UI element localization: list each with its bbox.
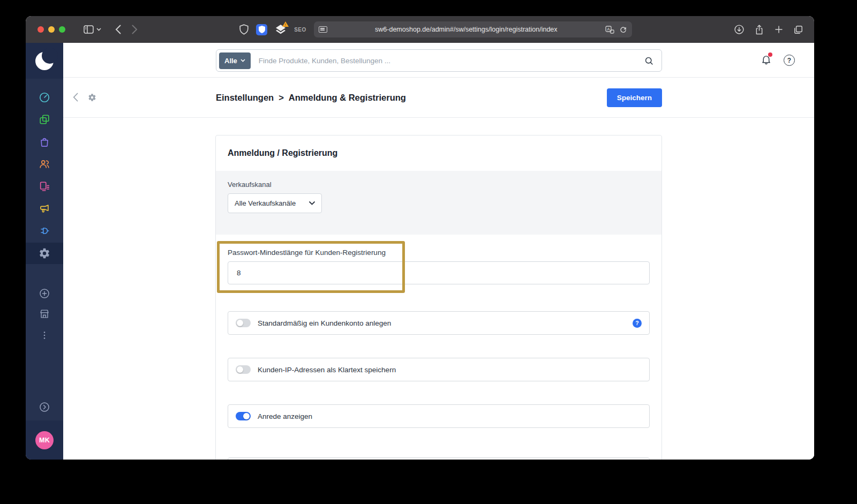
back-button[interactable]: [115, 25, 121, 34]
sidebar-item-orders[interactable]: [26, 131, 63, 153]
password-minlength-label: Passwort-Mindestlänge für Kunden-Registr…: [228, 249, 650, 257]
minimize-window-button[interactable]: [48, 26, 55, 33]
toggle-row-partial: [228, 457, 650, 460]
settings-gear-icon: [88, 93, 96, 102]
breadcrumb-separator: >: [279, 93, 284, 103]
tabs-overview-icon[interactable]: [793, 25, 803, 35]
card-fields: Passwort-Mindestlänge für Kunden-Registr…: [216, 235, 661, 460]
toggle-knob: [237, 320, 243, 326]
forward-icon: [132, 25, 138, 34]
sidebar-item-add[interactable]: [26, 283, 63, 304]
screen: ! SEO sw6-demoshop.de/admin#/sw/settings…: [0, 0, 857, 504]
sidebar-item-dashboard[interactable]: [26, 87, 63, 108]
admin-app: MK Alle Finde Produkte, Kunden, Bestellu…: [26, 43, 814, 460]
settings-page: Anmeldung / Registrierung Verkaufskanal …: [63, 118, 814, 460]
password-minlength-input[interactable]: [228, 261, 650, 284]
content-icon: [39, 180, 50, 192]
admin-topbar: Alle Finde Produkte, Kunden, Bestellunge…: [63, 43, 814, 78]
shield-icon: [239, 24, 249, 35]
user-avatar[interactable]: MK: [35, 431, 54, 449]
smartbar: Einstellungen > Anmeldung & Registrierun…: [63, 78, 814, 118]
privacy-shield-extension-button[interactable]: [239, 24, 249, 35]
sidebar-item-more[interactable]: [26, 325, 63, 346]
orders-icon: [39, 136, 50, 148]
help-button[interactable]: ?: [784, 55, 795, 66]
reload-icon[interactable]: [619, 26, 627, 34]
salutation-toggle[interactable]: [236, 412, 251, 420]
sidebar-item-storefront[interactable]: [26, 303, 63, 325]
sidebar-toggle-button[interactable]: [84, 25, 101, 34]
search-scope-button[interactable]: Alle: [219, 52, 251, 69]
admin-content: Alle Finde Produkte, Kunden, Bestellunge…: [63, 43, 814, 460]
sidebar-toggle-icon: [84, 25, 94, 34]
password-manager-extension-button[interactable]: [256, 24, 267, 35]
customers-icon: [39, 158, 50, 170]
ip-plaintext-toggle[interactable]: [236, 365, 251, 374]
toggle-label: Anrede anzeigen: [258, 412, 312, 420]
expand-chevron-icon: [39, 401, 50, 413]
new-tab-icon[interactable]: [774, 25, 784, 34]
sidebar-item-catalogues[interactable]: [26, 109, 63, 130]
search-scope-label: Alle: [224, 57, 237, 65]
sidebar-user-area: MK: [26, 420, 63, 460]
translate-icon[interactable]: A: [605, 26, 614, 34]
question-badge-icon[interactable]: ?: [633, 319, 642, 328]
layers-extension-button[interactable]: !: [275, 24, 287, 35]
seo-extension-button[interactable]: SEO: [294, 27, 306, 33]
sidebar-expand-button[interactable]: [26, 396, 63, 418]
settings-gear-icon: [39, 247, 50, 259]
notifications-button[interactable]: [761, 54, 772, 67]
smartbar-back-button[interactable]: [73, 93, 78, 104]
global-search[interactable]: Alle Finde Produkte, Kunden, Bestellunge…: [216, 49, 662, 72]
sidebar-item-settings[interactable]: [26, 243, 63, 264]
toggle-knob: [237, 366, 243, 373]
search-input[interactable]: Finde Produkte, Kunden, Bestellungen ...: [259, 57, 644, 65]
create-account-toggle[interactable]: [236, 319, 251, 327]
card-header: Anmeldung / Registrierung: [216, 136, 661, 171]
svg-text:A: A: [607, 27, 610, 32]
download-icon[interactable]: [734, 24, 745, 35]
sidebar-item-marketing[interactable]: [26, 198, 63, 220]
warning-badge-icon: !: [282, 21, 289, 27]
chevron-down-icon: [96, 28, 101, 31]
sidebar-item-customers[interactable]: [26, 153, 63, 175]
zoom-window-button[interactable]: [59, 26, 65, 33]
chevron-left-icon: [73, 93, 78, 102]
browser-window: ! SEO sw6-demoshop.de/admin#/sw/settings…: [26, 16, 814, 460]
sales-channel-value: Alle Verkaufskanäle: [235, 199, 296, 207]
toolbar-right-group: [734, 24, 803, 35]
breadcrumb-parent[interactable]: Einstellungen: [216, 93, 274, 103]
catalogues-icon: [39, 114, 50, 125]
sidebar-logo-area: [26, 43, 63, 79]
forward-button[interactable]: [132, 25, 138, 34]
card-title: Anmeldung / Registrierung: [228, 148, 337, 158]
login-registration-card: Anmeldung / Registrierung Verkaufskanal …: [215, 135, 662, 460]
more-dots-icon: [39, 329, 50, 341]
toggle-row-create-account: Standardmäßig ein Kundenkonto anlegen ?: [228, 311, 650, 335]
close-window-button[interactable]: [37, 26, 44, 33]
sales-channel-select[interactable]: Alle Verkaufskanäle: [228, 193, 322, 213]
smartbar-module-icon: [88, 93, 96, 104]
sidebar-item-extensions[interactable]: [26, 220, 63, 242]
address-bar[interactable]: sw6-demoshop.de/admin#/sw/settings/login…: [314, 21, 632, 37]
back-icon: [115, 25, 121, 34]
extensions-icon: [39, 225, 50, 237]
shopware-logo[interactable]: [35, 51, 54, 71]
toggle-row-salutation: Anrede anzeigen: [228, 404, 650, 428]
share-icon[interactable]: [754, 24, 764, 35]
sales-channel-label: Verkaufskanal: [228, 180, 650, 189]
search-icon: [644, 56, 654, 66]
sidebar-item-content[interactable]: [26, 176, 63, 197]
breadcrumb: Einstellungen > Anmeldung & Registrierun…: [216, 78, 406, 118]
notification-badge: [768, 52, 772, 57]
extensions-group: ! SEO: [239, 24, 306, 35]
toggle-knob: [243, 413, 250, 419]
browser-toolbar: ! SEO sw6-demoshop.de/admin#/sw/settings…: [26, 16, 814, 43]
bitwarden-shield-icon: [259, 26, 265, 33]
sales-channel-section: Verkaufskanal Alle Verkaufskanäle: [216, 171, 661, 235]
reader-icon[interactable]: [319, 26, 327, 33]
breadcrumb-current: Anmeldung & Registrierung: [289, 93, 406, 103]
save-button[interactable]: Speichern: [607, 88, 662, 107]
url-text[interactable]: sw6-demoshop.de/admin#/sw/settings/login…: [327, 26, 605, 33]
toggle-label: Standardmäßig ein Kundenkonto anlegen: [258, 319, 391, 327]
